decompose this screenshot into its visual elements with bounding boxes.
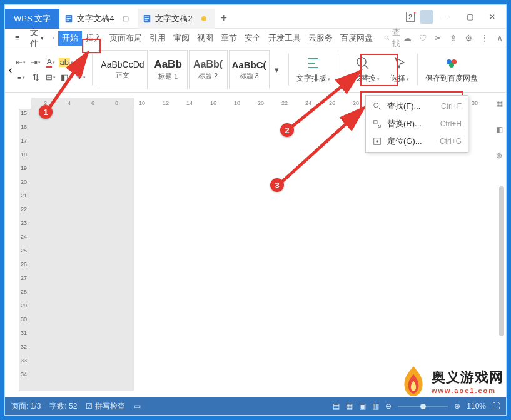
doc-icon [143, 14, 151, 23]
tab-close-icon[interactable]: ▢ [123, 14, 129, 22]
style-h1[interactable]: AaBb标题 1 [149, 50, 188, 89]
dropdown-find[interactable]: 查找(F)... Ctrl+F [366, 98, 468, 115]
app-tab[interactable]: WPS 文字 [5, 9, 59, 29]
cloud-sync-icon[interactable]: ☁ [403, 33, 412, 43]
highlight-icon[interactable]: ab▾ [59, 56, 72, 69]
style-h3[interactable]: AaBbC(标题 3 [229, 50, 270, 89]
svg-rect-2 [67, 18, 71, 19]
menu-review[interactable]: 审阅 [169, 31, 193, 46]
view-read-icon[interactable]: ▥ [372, 402, 379, 411]
align-icon[interactable]: ≡▾ [14, 71, 27, 84]
find-dropdown: 查找(F)... Ctrl+F 替换(R)... Ctrl+H 定位(G)...… [365, 95, 468, 152]
search-box[interactable]: 查找 [384, 27, 403, 49]
zoom-in-icon[interactable]: ⊕ [454, 402, 460, 411]
side-icon-3[interactable]: ⊕ [496, 151, 502, 160]
window-count-badge[interactable]: 2 [406, 12, 415, 22]
tab-label: 文字文稿4 [77, 13, 114, 24]
status-input-mode-icon[interactable]: ▭ [134, 402, 141, 411]
menu-view[interactable]: 视图 [193, 31, 217, 46]
watermark-en: www.aoe1.com [432, 387, 496, 394]
font-color-icon[interactable]: A▾ [44, 56, 57, 69]
side-icon-1[interactable]: ▦ [496, 99, 503, 108]
search-icon [372, 101, 382, 111]
menu-security[interactable]: 安全 [241, 31, 265, 46]
styles-more-icon[interactable]: ▾ [271, 64, 283, 76]
watermark: 奥义游戏网 www.aoe1.com [399, 365, 503, 398]
annotation-circle-2: 2 [280, 123, 294, 137]
unsaved-dot-icon [201, 16, 206, 21]
doc-tab-1[interactable]: 文字文稿4 ▢ [59, 9, 138, 29]
watermark-cn: 奥义游戏网 [432, 368, 503, 387]
style-h2[interactable]: AaBb(标题 2 [189, 50, 228, 89]
zoom-value[interactable]: 110% [467, 402, 486, 411]
side-panel-icons: ▦ ◧ ⊕ [493, 99, 505, 160]
svg-rect-1 [67, 16, 71, 17]
replace-icon [372, 119, 382, 129]
divider [338, 54, 338, 86]
save-cloud-button[interactable]: 保存到百度网盘 [420, 50, 483, 89]
divider [92, 54, 93, 86]
menubar: ≡ 文件 ▾ › 开始 插入 页面布局 引用 审阅 视图 章节 安全 开发工具 … [5, 29, 506, 48]
dropdown-goto[interactable]: 定位(G)... Ctrl+G [366, 132, 468, 150]
border-icon[interactable]: ⊞▾ [44, 71, 57, 84]
indent-right-icon[interactable]: ⇥▾ [29, 56, 42, 69]
svg-point-8 [385, 36, 388, 39]
view-print-icon[interactable]: ▤ [333, 402, 340, 411]
dropdown-replace[interactable]: 替换(R)... Ctrl+H [366, 115, 468, 132]
status-page[interactable]: 页面: 1/3 [11, 401, 41, 412]
svg-rect-7 [145, 19, 148, 20]
menu-baidu[interactable]: 百度网盘 [336, 31, 377, 46]
styles-group: AaBbCcDd正文 AaBb标题 1 AaBb(标题 2 AaBbC(标题 3… [95, 50, 285, 89]
statusbar: 页面: 1/3 字数: 52 ☑ 拼写检查 ▭ ▤ ▦ ▣ ▥ ⊖ ⊕ 110%… [5, 398, 506, 415]
titlebar: WPS 文字 文字文稿4 ▢ 文字文稿2 + 2 ─ ▢ ✕ [5, 5, 506, 29]
view-outline-icon[interactable]: ▣ [359, 402, 366, 411]
close-button[interactable]: ✕ [483, 8, 501, 26]
scrollbar-thumb[interactable] [499, 186, 504, 336]
status-spellcheck[interactable]: ☑ 拼写检查 [86, 401, 125, 412]
zoom-out-icon[interactable]: ⊖ [385, 402, 392, 411]
minimize-button[interactable]: ─ [438, 8, 456, 26]
notifications-icon[interactable]: ♡ [419, 33, 427, 43]
zoom-knob[interactable] [420, 404, 426, 409]
more-icon[interactable]: ⋮ [480, 33, 489, 43]
svg-rect-6 [145, 18, 149, 19]
svg-point-15 [374, 103, 378, 108]
menu-dev[interactable]: 开发工具 [265, 31, 305, 46]
doc-tab-2[interactable]: 文字文稿2 [138, 9, 215, 29]
overflow-left-icon[interactable]: › [49, 34, 58, 41]
maximize-button[interactable]: ▢ [461, 8, 478, 26]
menu-start[interactable]: 开始 [58, 31, 82, 46]
format-painter-icon[interactable]: ✎▾ [74, 71, 87, 84]
svg-point-19 [376, 140, 378, 142]
paragraph-group: ⇤▾ ⇥▾ A▾ ab▾ ≡▾ ⇅ ⊞▾ ◧▾ ✎▾ [12, 50, 89, 89]
share-icon[interactable]: ⇪ [450, 33, 457, 43]
menu-cloud[interactable]: 云服务 [305, 31, 336, 46]
shading-icon[interactable]: ◧▾ [59, 71, 72, 84]
text-format-button[interactable]: 文字排版▾ [291, 50, 335, 89]
indent-left-icon[interactable]: ⇤▾ [14, 56, 27, 69]
side-icon-2[interactable]: ◧ [496, 125, 503, 134]
avatar[interactable] [420, 10, 433, 24]
add-tab-button[interactable]: + [215, 12, 233, 25]
zoom-slider[interactable] [398, 406, 448, 408]
view-web-icon[interactable]: ▦ [346, 402, 353, 411]
hamburger-icon[interactable]: ≡ [10, 33, 25, 42]
style-normal[interactable]: AaBbCcDd正文 [98, 50, 147, 89]
baidu-cloud-icon [444, 56, 459, 71]
dropdown-shortcut: Ctrl+F [441, 102, 462, 111]
fullscreen-icon[interactable]: ⛶ [492, 402, 500, 411]
status-words[interactable]: 字数: 52 [49, 401, 77, 412]
app-window: WPS 文字 文字文稿4 ▢ 文字文稿2 + 2 ─ ▢ ✕ ≡ 文件 ▾ › … [5, 5, 506, 415]
file-menu[interactable]: 文件 ▾ [25, 27, 49, 49]
svg-rect-3 [67, 19, 69, 20]
annotation-circle-3: 3 [270, 178, 284, 192]
menu-layout[interactable]: 页面布局 [106, 31, 146, 46]
menu-chapter[interactable]: 章节 [217, 31, 241, 46]
scissors-icon[interactable]: ✂ [435, 33, 442, 43]
collapse-ribbon-icon[interactable]: ∧ [497, 33, 503, 43]
menu-ref[interactable]: 引用 [146, 31, 169, 46]
vertical-scrollbar[interactable] [498, 180, 505, 390]
line-spacing-icon[interactable]: ⇅ [29, 71, 42, 84]
vertical-ruler[interactable]: 1516171819202122232425262728293031323334 [19, 109, 31, 391]
settings-icon[interactable]: ⚙ [465, 33, 473, 43]
